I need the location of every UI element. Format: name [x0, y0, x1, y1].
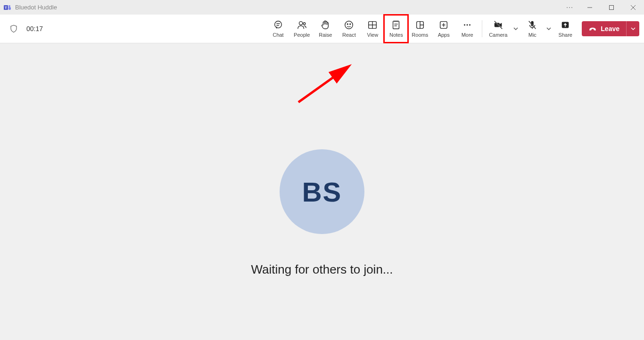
svg-text:T: T — [5, 6, 7, 10]
camera-chevron[interactable] — [511, 15, 520, 42]
rooms-label: Rooms — [412, 32, 428, 38]
camera-button[interactable]: Camera — [485, 15, 511, 42]
chat-icon — [273, 20, 283, 30]
svg-point-2 — [8, 5, 10, 7]
svg-point-6 — [571, 7, 572, 8]
waiting-text: Waiting for others to join... — [251, 262, 393, 277]
avatar-initials: BS — [302, 176, 342, 208]
titlebar-more-icon[interactable] — [566, 0, 573, 15]
react-label: React — [342, 32, 356, 38]
toolbar-right: Chat People Raise React View — [266, 15, 639, 43]
shield-icon[interactable] — [9, 24, 18, 33]
window-title: Bluedot Huddle — [15, 4, 57, 11]
avatar: BS — [280, 149, 364, 234]
svg-point-31 — [469, 24, 471, 26]
apps-label: Apps — [438, 32, 450, 38]
apps-button[interactable]: Apps — [432, 15, 455, 42]
mic-off-icon — [527, 20, 537, 30]
svg-point-4 — [567, 7, 568, 8]
svg-point-15 — [303, 23, 305, 25]
svg-point-5 — [569, 7, 570, 8]
mic-label: Mic — [528, 32, 537, 38]
svg-rect-8 — [610, 5, 614, 9]
more-button[interactable]: More — [455, 15, 479, 42]
chat-button[interactable]: Chat — [266, 15, 290, 42]
svg-point-16 — [345, 21, 353, 29]
share-label: Share — [559, 32, 572, 38]
share-icon — [560, 20, 570, 30]
titlebar: T Bluedot Huddle — [0, 0, 644, 15]
camera-off-icon — [493, 20, 504, 30]
svg-rect-3 — [8, 7, 11, 10]
raise-hand-icon — [320, 20, 330, 30]
notes-button[interactable]: Notes — [384, 15, 408, 42]
svg-point-17 — [347, 24, 348, 24]
apps-icon — [438, 20, 449, 30]
svg-point-29 — [464, 24, 465, 26]
people-icon — [297, 20, 307, 30]
mic-chevron[interactable] — [544, 15, 553, 42]
view-label: View — [367, 32, 379, 38]
leave-group: Leave — [582, 21, 639, 36]
svg-line-40 — [298, 67, 348, 102]
annotation-arrow — [291, 62, 362, 109]
meeting-stage: BS Waiting for others to join... — [0, 43, 644, 340]
leave-button[interactable]: Leave — [582, 21, 626, 36]
camera-label: Camera — [489, 32, 507, 38]
raise-button[interactable]: Raise — [314, 15, 337, 42]
svg-point-14 — [299, 22, 303, 25]
meeting-timer: 00:17 — [26, 25, 43, 32]
svg-point-18 — [350, 24, 351, 24]
meeting-toolbar: 00:17 Chat People Raise React — [0, 15, 644, 43]
react-icon — [344, 20, 354, 30]
people-label: People — [294, 32, 310, 38]
rooms-button[interactable]: Rooms — [408, 15, 432, 42]
toolbar-left: 00:17 — [0, 24, 43, 33]
minimize-button[interactable] — [579, 0, 601, 15]
notes-icon — [391, 20, 401, 30]
view-button[interactable]: View — [361, 15, 384, 42]
teams-icon: T — [4, 4, 11, 11]
divider — [482, 20, 482, 37]
react-button[interactable]: React — [337, 15, 361, 42]
leave-chevron[interactable] — [626, 21, 639, 36]
people-button[interactable]: People — [290, 15, 314, 42]
mic-button[interactable]: Mic — [520, 15, 544, 42]
view-icon — [367, 20, 378, 30]
chat-label: Chat — [272, 32, 283, 38]
leave-label: Leave — [601, 25, 619, 32]
more-label: More — [462, 32, 473, 38]
window-controls — [579, 0, 644, 15]
more-icon — [462, 20, 472, 30]
close-button[interactable] — [622, 0, 644, 15]
svg-point-11 — [275, 21, 282, 28]
maximize-button[interactable] — [601, 0, 622, 15]
svg-point-30 — [467, 24, 468, 26]
notes-label: Notes — [389, 32, 403, 38]
phone-down-icon — [588, 24, 597, 33]
svg-rect-22 — [393, 21, 399, 29]
share-button[interactable]: Share — [553, 15, 577, 42]
rooms-icon — [415, 20, 425, 30]
raise-label: Raise — [319, 32, 332, 38]
